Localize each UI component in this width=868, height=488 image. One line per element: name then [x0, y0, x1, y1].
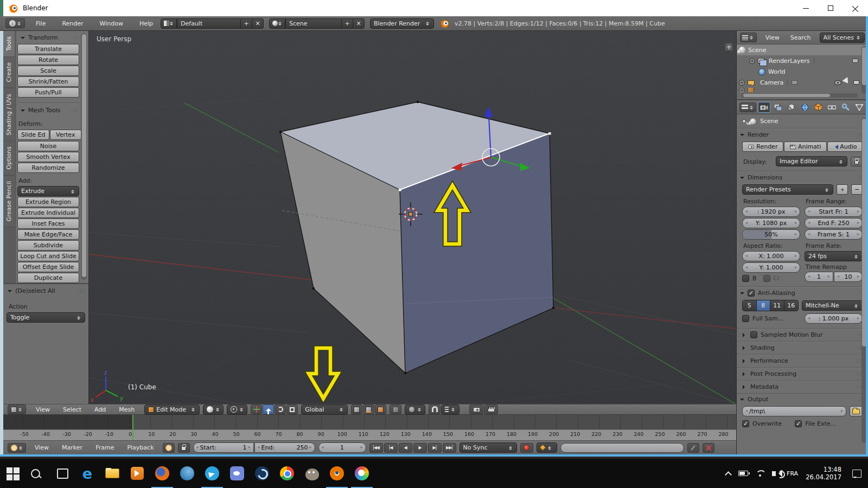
rotate-manipulator-button[interactable] [275, 404, 286, 414]
scale-manipulator-button[interactable] [286, 404, 298, 414]
current-frame-indicator[interactable] [132, 415, 133, 440]
tool-button[interactable]: Duplicate [17, 273, 79, 283]
tab-render[interactable] [758, 102, 770, 113]
maximize-button[interactable] [818, 0, 843, 16]
taskbar-app-button[interactable] [125, 459, 150, 488]
scene-add-button[interactable]: + [342, 18, 353, 29]
outliner-row-world[interactable]: World [737, 66, 868, 77]
menu-item[interactable]: Select [61, 406, 84, 413]
tab-object-data[interactable] [853, 102, 865, 113]
tool-shelf-tab[interactable]: Grease Pencil [3, 176, 15, 227]
tool-button[interactable]: Vertex [50, 130, 82, 140]
tool-shelf-tab[interactable]: Tools [3, 31, 15, 57]
panel-header-output[interactable]: Output [737, 393, 868, 405]
extrude-menu[interactable]: Extrude [17, 186, 79, 196]
viewport-shading-select[interactable] [203, 404, 224, 415]
tool-button[interactable]: Scale [17, 66, 79, 76]
resolution-percentage-slider[interactable]: 50% [742, 229, 800, 240]
filter-size-field[interactable]: : 1.000 px [805, 313, 863, 324]
scene-browse-button[interactable] [269, 18, 285, 29]
tool-shelf-scrollbar[interactable] [81, 33, 87, 280]
taskbar-app-button[interactable] [275, 459, 299, 488]
collapsed-panel-header[interactable]: Sampled Motion Blur [737, 328, 868, 341]
crop-checkbox[interactable] [763, 275, 770, 282]
menu-item[interactable]: View [33, 444, 51, 451]
sync-mode-select[interactable]: No Sync [459, 442, 517, 453]
outliner-row-camera[interactable]: + Camera [737, 77, 868, 88]
layout-delete-button[interactable]: ✕ [252, 18, 264, 29]
timeline-ruler[interactable]: -50-40-30-20-100102030405060708090100110… [3, 415, 736, 440]
panel-header-anti-aliasing[interactable]: Anti-Aliasing [737, 287, 868, 299]
taskbar-app-button[interactable] [324, 459, 349, 488]
preset-remove-button[interactable]: − [851, 184, 863, 195]
tool-button[interactable]: Rotate [17, 55, 79, 65]
editor-type-button[interactable] [740, 33, 757, 42]
keying-set-select[interactable] [537, 442, 557, 453]
tool-button[interactable]: Shrink/Fatten [17, 76, 79, 87]
taskbar-app-button[interactable] [200, 459, 225, 488]
menu-item[interactable]: Playback [125, 444, 156, 451]
expand-icon[interactable]: + [739, 80, 745, 86]
outliner-hscrollbar[interactable] [741, 93, 858, 98]
lock-time-button[interactable] [178, 443, 190, 453]
expand-icon[interactable]: + [749, 58, 755, 64]
panel-header-mesh-tools[interactable]: Mesh Tools [17, 105, 81, 116]
snap-toggle-button[interactable] [429, 404, 441, 414]
editor-type-button[interactable] [8, 404, 26, 414]
file-browse-button[interactable] [850, 406, 863, 416]
snap-element-select[interactable] [441, 404, 459, 415]
record-button[interactable] [520, 443, 533, 453]
speaker-icon[interactable] [772, 471, 776, 476]
aa-samples-button[interactable]: 16 [784, 300, 799, 311]
preview-range-button[interactable] [163, 443, 175, 453]
taskbar-app-button[interactable] [250, 459, 275, 488]
active-keying-set-field[interactable] [560, 443, 684, 453]
battery-icon[interactable] [738, 471, 748, 476]
taskbar-app-button[interactable] [75, 459, 100, 488]
language-indicator[interactable]: FRA [787, 470, 798, 477]
aspect-x-field[interactable]: X: 1.000 [742, 251, 800, 261]
menu-item[interactable]: Frame [93, 444, 116, 451]
close-button[interactable] [843, 0, 868, 16]
panel-header-render[interactable]: Render [737, 129, 868, 140]
aa-samples-button[interactable]: 8 [757, 300, 771, 311]
insert-keyframe-button[interactable] [687, 443, 699, 453]
menu-item[interactable]: View [34, 406, 52, 413]
visibility-eye-icon[interactable] [834, 80, 841, 85]
border-checkbox[interactable] [742, 275, 749, 282]
tool-button[interactable]: Push/Pull [17, 87, 79, 98]
mode-select[interactable]: Edit Mode [144, 404, 200, 415]
tab-object[interactable] [813, 102, 825, 113]
action-center-icon[interactable] [852, 470, 861, 478]
frame-start-field[interactable]: Start Fr: 1 [805, 207, 863, 217]
limit-selection-button[interactable] [390, 404, 401, 414]
taskbar-app-button[interactable] [299, 459, 324, 488]
tool-button[interactable]: Inset Faces [17, 219, 79, 229]
editor-type-button[interactable] [739, 102, 756, 112]
translate-manipulator-button[interactable] [263, 404, 274, 414]
menu-item[interactable]: Search [788, 34, 813, 41]
taskbar-app-button[interactable] [25, 459, 50, 488]
menu-item[interactable]: Help [137, 20, 155, 27]
scene-delete-button[interactable]: ✕ [353, 18, 365, 29]
render-still-button[interactable]: Render [742, 142, 783, 152]
taskbar-app-button[interactable] [100, 459, 125, 488]
wifi-icon[interactable] [756, 470, 764, 477]
remap-old-field[interactable]: 1 [805, 272, 833, 282]
layout-add-button[interactable]: + [241, 18, 252, 29]
playback-button[interactable]: ▶▶| [443, 443, 456, 453]
scene-name-field[interactable]: Scene [285, 18, 342, 29]
frame-rate-select[interactable]: 24 fps [805, 251, 863, 261]
collapsed-panel-header[interactable]: Performance [737, 354, 868, 367]
render-toggle-icon[interactable] [852, 59, 858, 63]
playback-button[interactable]: ◀ [399, 443, 412, 453]
editor-type-button[interactable] [8, 443, 26, 453]
aspect-y-field[interactable]: Y: 1.000 [742, 262, 800, 273]
outliner-row-scene[interactable]: Scene [737, 44, 868, 55]
render-animation-button[interactable]: Animati [784, 142, 827, 152]
opengl-render-button[interactable] [469, 404, 483, 414]
tab-constraints[interactable] [826, 102, 838, 113]
remap-new-field[interactable]: 10 [834, 272, 863, 282]
menu-item[interactable]: Marker [60, 444, 85, 451]
viewport-3d[interactable]: z x y User Persp (1) Cube [89, 31, 736, 404]
